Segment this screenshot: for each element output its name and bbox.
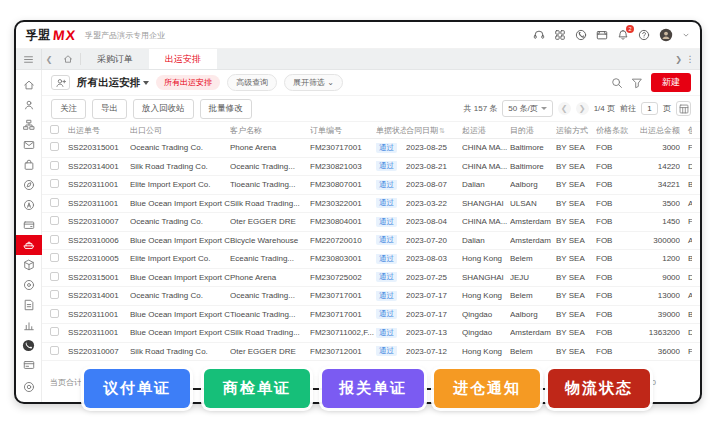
overlay-logistics-status-button[interactable]: 物流状态 — [548, 369, 650, 408]
user-avatar[interactable] — [659, 28, 673, 42]
table-row[interactable]: SS220314001 Oceanic Trading Co. Oceanic … — [42, 287, 700, 306]
tab-scroll-right-icon[interactable]: ❯ — [675, 55, 682, 64]
table-row[interactable]: SS220310007 Oceanic Trading Co. Oter EGG… — [42, 213, 700, 232]
new-button[interactable]: 新建 — [651, 73, 691, 92]
view-title-dropdown[interactable]: 所有出运安排 — [77, 76, 149, 90]
select-all-checkbox[interactable] — [50, 125, 59, 134]
cell-export-company: Oceanic Trading Co. — [130, 143, 230, 152]
phone-contact-icon[interactable] — [575, 29, 587, 41]
sidebar-disc-icon[interactable] — [16, 275, 42, 295]
row-checkbox[interactable] — [50, 198, 59, 207]
next-page-button[interactable]: ❯ — [576, 102, 589, 115]
cell-total-amount: 3500 — [630, 199, 680, 208]
column-settings-icon[interactable] — [676, 101, 691, 116]
filter-chip-all-shipments[interactable]: 所有出运安排 — [156, 75, 220, 90]
cell-contract-date: 2023-07-17 — [406, 310, 462, 319]
row-checkbox[interactable] — [50, 290, 59, 299]
row-checkbox[interactable] — [50, 346, 59, 355]
cell-export-company: Blue Ocean Import Export Co. — [130, 199, 230, 208]
sidebar-contacts-icon[interactable] — [16, 95, 42, 115]
cell-ship-no: SS220311001 — [68, 180, 130, 189]
cell-order-no: FM230717001 — [310, 143, 376, 152]
titlebar: 孚盟 MX 孚盟产品演示专用企业 2 — [16, 22, 700, 49]
table-row[interactable]: SS220311001 Blue Ocean Import Export Co.… — [42, 324, 700, 343]
cell-price-terms: FOB — [596, 310, 630, 319]
cell-price-terms: FOB — [596, 162, 630, 171]
sidebar-document-icon[interactable] — [16, 295, 42, 315]
sidebar-home-icon[interactable] — [16, 75, 42, 95]
table-row[interactable]: SS220311001 Blue Ocean Import Export Co.… — [42, 306, 700, 325]
table-row[interactable]: SS220310007 Silk Road Trading Co. Oter E… — [42, 343, 700, 362]
table-row[interactable]: SS220314001 Silk Road Trading Co. Oceani… — [42, 158, 700, 177]
home-tab[interactable] — [56, 49, 80, 69]
sidebar-wallet-icon[interactable] — [16, 215, 42, 235]
table-row[interactable]: SS220311001 Elite Import Export Co. Tioe… — [42, 176, 700, 195]
headset-support-icon[interactable] — [533, 29, 545, 41]
row-checkbox[interactable] — [50, 179, 59, 188]
table-row[interactable]: SS220310005 Elite Import Export Co. Ecea… — [42, 250, 700, 269]
cell-ship-no: SS220315001 — [68, 143, 130, 152]
tab-more-icon[interactable]: ⋮ — [684, 54, 696, 64]
page-size-select[interactable]: 50 条/页 — [502, 100, 552, 117]
collapse-menu-icon[interactable] — [16, 49, 42, 69]
help-icon[interactable] — [638, 29, 650, 41]
recycle-bin-button[interactable]: 放入回收站 — [133, 99, 194, 119]
notification-bell-icon[interactable]: 2 — [617, 29, 629, 41]
table-row[interactable]: SS220310006 Blue Ocean Import Export Co.… — [42, 232, 700, 251]
row-checkbox[interactable] — [50, 161, 59, 170]
row-checkbox[interactable] — [50, 253, 59, 262]
tab-scroll-left-icon[interactable]: ❮ — [42, 49, 56, 69]
owner-filter-button[interactable] — [51, 75, 70, 90]
sidebar-org-structure-icon[interactable] — [16, 115, 42, 135]
sidebar-compass-icon[interactable] — [16, 175, 42, 195]
cell-transport: BY SEA — [556, 310, 596, 319]
sidebar-box-icon[interactable] — [16, 255, 42, 275]
avatar-chevron-down-icon[interactable] — [682, 31, 690, 39]
cell-price-terms: FOB — [596, 291, 630, 300]
table-row[interactable]: SS220315001 Oceanic Trading Co. Phone Ar… — [42, 139, 700, 158]
goto-page-input[interactable] — [641, 102, 658, 115]
overlay-negotiation-docs-button[interactable]: 议付单证 — [84, 369, 190, 408]
row-checkbox[interactable] — [50, 309, 59, 318]
col-contract-date-sortable[interactable]: 合同日期⇅ — [406, 125, 462, 136]
overlay-customs-docs-button[interactable]: 报关单证 — [322, 369, 424, 408]
storage-drive-icon[interactable] — [596, 29, 608, 41]
cell-ship-no: SS220311001 — [68, 328, 130, 337]
apps-grid-icon[interactable] — [554, 29, 566, 41]
follow-button[interactable]: 关注 — [51, 99, 86, 119]
status-badge: 通过 — [376, 291, 397, 301]
table-row[interactable]: SS220315001 Blue Ocean Import Export Co.… — [42, 269, 700, 288]
row-checkbox[interactable] — [50, 235, 59, 244]
cell-transport: BY SEA — [556, 180, 596, 189]
row-checkbox[interactable] — [50, 272, 59, 281]
search-icon[interactable] — [611, 77, 623, 89]
cell-price-terms: FOB — [596, 199, 630, 208]
tab-shipping-arrangement[interactable]: 出运安排 — [149, 49, 217, 69]
row-checkbox[interactable] — [50, 216, 59, 225]
row-checkbox[interactable] — [50, 142, 59, 151]
cell-total-amount: 14220 — [630, 162, 680, 171]
table-row[interactable]: SS220311001 Blue Ocean Import Export Co.… — [42, 195, 700, 214]
filter-chip-advanced-query[interactable]: 高级查询 — [227, 74, 277, 91]
filter-chip-expand-filters[interactable]: 展开筛选 ⌄ — [284, 74, 343, 91]
brand-logo-cn: 孚盟 — [26, 27, 50, 44]
tab-purchase-orders[interactable]: 采购订单 — [81, 49, 149, 69]
batch-edit-button[interactable]: 批量修改 — [200, 99, 252, 119]
prev-page-button[interactable]: ❮ — [558, 102, 571, 115]
sidebar-shipping-icon-active[interactable] — [16, 235, 42, 255]
filter-funnel-icon[interactable] — [631, 77, 643, 89]
sidebar-settings-icon[interactable] — [16, 377, 42, 397]
overlay-inspection-docs-button[interactable]: 商检单证 — [204, 369, 310, 408]
overlay-warehouse-notice-button[interactable]: 进仓通知 — [434, 369, 540, 408]
sidebar-card-icon[interactable] — [16, 355, 42, 375]
sidebar-marker-icon[interactable] — [16, 195, 42, 215]
cell-export-company: Silk Road Trading Co. — [130, 162, 230, 171]
cell-transport: BY SEA — [556, 347, 596, 356]
cell-price-terms: FOB — [596, 347, 630, 356]
sidebar-products-bag-icon[interactable] — [16, 155, 42, 175]
sidebar-mail-icon[interactable] — [16, 135, 42, 155]
sidebar-chart-icon[interactable] — [16, 315, 42, 335]
export-button[interactable]: 导出 — [92, 99, 127, 119]
row-checkbox[interactable] — [50, 327, 59, 336]
sidebar-service-phone-icon[interactable] — [16, 335, 42, 355]
